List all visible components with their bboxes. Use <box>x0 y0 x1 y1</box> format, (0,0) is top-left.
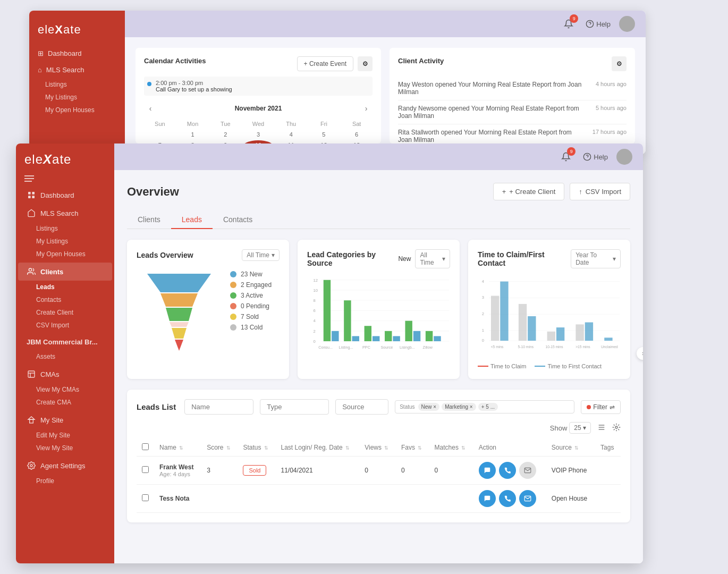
sidebar-item-view-cmas[interactable]: View My CMAs <box>16 383 114 396</box>
th-last-login[interactable]: Last Login/ Reg. Date ⇅ <box>276 439 360 457</box>
sidebar-item-contacts[interactable]: Contacts <box>16 293 114 306</box>
create-client-btn[interactable]: + + Create Client <box>493 183 565 200</box>
bg-nav-my-listings[interactable]: My Listings <box>29 91 125 104</box>
hamburger-icon[interactable] <box>16 173 114 186</box>
action-email-btn-2[interactable] <box>519 490 536 507</box>
th-name[interactable]: Name ⇅ <box>154 439 201 457</box>
th-favs[interactable]: Favs ⇅ <box>396 439 429 457</box>
sidebar-item-leads[interactable]: Leads <box>16 281 114 293</box>
help-btn[interactable]: Help <box>583 153 608 161</box>
bg-nav-open-houses[interactable]: My Open Houses <box>29 104 125 116</box>
tab-clients[interactable]: Clients <box>127 211 171 229</box>
search-name-input[interactable] <box>184 399 253 415</box>
sort-source-icon: ⇅ <box>574 445 579 451</box>
th-matches[interactable]: Matches ⇅ <box>429 439 473 457</box>
sidebar-item-assets[interactable]: Assets <box>16 350 114 363</box>
sort-score-icon: ⇅ <box>226 445 231 451</box>
sidebar-item-clients[interactable]: Clients <box>18 263 112 281</box>
bg-nav-listings[interactable]: Listings <box>29 78 125 91</box>
row-checkbox-2[interactable] <box>137 485 154 513</box>
svg-rect-46 <box>434 336 441 341</box>
notification-bell-btn[interactable]: 9 <box>557 148 574 165</box>
search-type-input[interactable] <box>260 399 329 415</box>
sidebar-item-my-listings[interactable]: My Listings <box>16 235 114 248</box>
bg-activity-settings[interactable]: ⚙ <box>612 56 627 71</box>
bg-nav-dashboard[interactable]: ⊞ Dashboard <box>29 45 125 62</box>
svg-rect-35 <box>324 280 331 341</box>
csv-import-btn[interactable]: ↑ CSV Import <box>570 183 630 200</box>
filter-tag-new[interactable]: New × <box>418 403 440 411</box>
th-source[interactable]: Source ⇅ <box>546 439 595 457</box>
svg-rect-40 <box>373 336 379 341</box>
show-count-select[interactable]: 25 ▾ <box>569 422 591 434</box>
filter-tag-marketing[interactable]: Marketing × <box>442 403 476 411</box>
row-2-checkbox[interactable] <box>142 494 149 501</box>
filter-tag-more[interactable]: + 5 ... <box>478 403 498 411</box>
row-2-status <box>238 485 275 513</box>
filter-button[interactable]: Filter ⇌ <box>581 400 621 414</box>
row-1-status[interactable]: Sold <box>238 457 275 485</box>
action-text-btn-2[interactable] <box>479 490 496 507</box>
row-checkbox-1[interactable] <box>137 457 154 485</box>
action-email-btn-1[interactable] <box>519 462 536 479</box>
table-body: Frank West Age: 4 days 3 Sold 11/04/2021… <box>137 457 621 513</box>
bg-avatar[interactable] <box>619 16 635 32</box>
leads-list-header: Leads List Status New × Marketing × + 5 … <box>137 399 621 415</box>
sidebar-item-mls[interactable]: MLS Search <box>18 204 112 222</box>
bg-nav-mls[interactable]: ⌂ MLS Search <box>29 62 125 78</box>
leads-overview-filter[interactable]: All Time ▾ <box>242 249 280 261</box>
bg-bell-btn[interactable]: 9 <box>560 15 577 32</box>
th-status[interactable]: Status ⇅ <box>238 439 275 457</box>
bg-next-month-btn[interactable]: › <box>360 102 373 115</box>
sidebar-item-my-open-houses[interactable]: My Open Houses <box>16 248 114 260</box>
lead-categories-title: Lead Categories by Source <box>307 250 398 267</box>
sidebar-item-dashboard[interactable]: Dashboard <box>18 186 112 204</box>
lead-categories-filter[interactable]: All Time ▾ <box>415 249 450 268</box>
sidebar: eleXate Dashboard <box>16 144 114 563</box>
th-score[interactable]: Score ⇅ <box>201 439 238 457</box>
sidebar-item-my-site[interactable]: My Site <box>18 411 112 429</box>
search-source-input[interactable] <box>335 399 388 415</box>
sidebar-item-edit-my-site[interactable]: Edit My Site <box>16 429 114 442</box>
sidebar-item-cmas[interactable]: CMAs <box>18 365 112 383</box>
svg-text:2: 2 <box>314 329 316 334</box>
bg-logo: eleXate <box>29 19 125 45</box>
sidebar-item-jbm[interactable]: JBM Commercial Br... <box>18 334 112 350</box>
sidebar-item-listings[interactable]: Listings <box>16 222 114 235</box>
tab-contacts[interactable]: Contacts <box>213 211 263 229</box>
charts-row: Leads Overview All Time ▾ <box>127 240 630 379</box>
sidebar-item-view-my-site[interactable]: View My Site <box>16 442 114 454</box>
action-text-btn-1[interactable] <box>479 462 496 479</box>
bg-prev-month-btn[interactable]: ‹ <box>144 102 157 115</box>
bg-calendar-settings[interactable]: ⚙ <box>358 56 373 71</box>
svg-text:Listing...: Listing... <box>339 345 353 350</box>
row-1-name[interactable]: Frank West Age: 4 days <box>154 457 201 485</box>
row-2-name[interactable]: Tess Nota <box>154 485 201 513</box>
settings-icon[interactable] <box>612 423 621 433</box>
action-call-btn-2[interactable] <box>499 490 516 507</box>
bg-help-btn[interactable]: Help <box>586 20 611 28</box>
sidebar-item-agent-settings[interactable]: Agent Settings <box>18 457 112 475</box>
select-all-checkbox[interactable] <box>142 443 149 450</box>
svg-rect-38 <box>352 336 359 341</box>
row-1-checkbox[interactable] <box>142 466 149 473</box>
column-adjust-icon[interactable] <box>597 423 606 433</box>
row-2-login <box>276 485 360 513</box>
svg-rect-41 <box>385 331 392 341</box>
svg-rect-4 <box>28 196 31 198</box>
status-filter-area[interactable]: Status New × Marketing × + 5 ... <box>395 400 574 413</box>
user-avatar[interactable] <box>616 149 632 165</box>
tab-leads[interactable]: Leads <box>171 211 213 229</box>
sidebar-item-csv-import[interactable]: CSV Import <box>16 319 114 332</box>
sidebar-item-create-client[interactable]: Create Client <box>16 306 114 319</box>
action-call-btn-1[interactable] <box>499 462 516 479</box>
sidebar-item-profile[interactable]: Profile <box>16 475 114 487</box>
time-to-claim-filter[interactable]: Year To Date ▾ <box>571 249 621 268</box>
bg-create-event-btn[interactable]: + Create Event <box>297 56 353 71</box>
legend-pending-dot <box>230 303 236 309</box>
svg-rect-64 <box>500 282 508 341</box>
topbar: 9 Help <box>114 144 643 170</box>
sidebar-item-create-cma[interactable]: Create CMA <box>16 396 114 409</box>
legend-engaged: 2 Engaged <box>230 281 272 289</box>
th-views[interactable]: Views ⇅ <box>359 439 396 457</box>
